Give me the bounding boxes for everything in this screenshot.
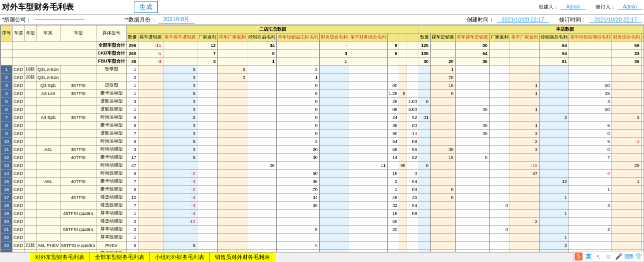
table-row[interactable]: 5CKD进取运动型300284.00030328068 xyxy=(1,98,644,106)
table-row[interactable]: 8CKD豪华运动型500380000162380-1200 xyxy=(1,122,644,130)
table-row[interactable]: 19CKD45TFSI quattro尊享动感型1-4180813.252017 xyxy=(1,210,644,218)
table-row[interactable]: 9CKD进取运动型70090-14003057011--13-14 xyxy=(1,130,644,138)
summary-row: CKD车型合计260-178361056454336125 xyxy=(1,50,644,58)
reviser-label: 修订人： xyxy=(596,4,616,10)
table-row[interactable]: 15CKDA6L40TFSI豪华动感型7-336264121-0019-21-1 xyxy=(1,178,644,186)
tab-0[interactable]: 对外车型财务毛利表 xyxy=(30,252,90,254)
lang-icon[interactable]: 英 xyxy=(585,252,593,254)
settings-icon[interactable]: 👕 xyxy=(635,252,643,254)
data-grid[interactable]: 序号 车源 年型 车系 车型 具体型号 二店汇总数据 本店数据 本店与他店差距 … xyxy=(0,24,644,254)
col-year: 年型 xyxy=(24,26,36,42)
col-c3: 单车裸车进销差 xyxy=(455,34,489,42)
col-series: 车系 xyxy=(36,26,60,42)
emoji-icon[interactable]: ☺ xyxy=(605,252,613,254)
company-value[interactable] xyxy=(34,20,84,20)
punct-icon[interactable]: •, xyxy=(595,252,603,254)
table-row[interactable]: 21CKD55TFSI quattro尊享动感型2-52002510 xyxy=(1,226,644,234)
table-row[interactable]: 11CKDA4L35TFSI时尚动感型3020685600301240 xyxy=(1,146,644,154)
col-c8: 财务综合毛利 xyxy=(319,34,349,42)
col-c4: 厂家返利 xyxy=(197,34,217,42)
col-c1: 数量 xyxy=(419,34,430,42)
table-row[interactable]: 10CKD时尚运动型653540925-13417-518 xyxy=(1,138,644,146)
col-c9: 单车财务综合毛利 xyxy=(641,34,644,42)
table-row[interactable]: 3CKDQ3 Spb35TFSI进取型10000161009000944 xyxy=(1,82,644,90)
group-two-store: 二店汇总数据 xyxy=(126,26,419,34)
generate-button[interactable]: 生成 xyxy=(134,1,158,13)
table-row[interactable]: 6CKD进取致雅型100085.000010008034 xyxy=(1,106,644,114)
mic-icon[interactable]: 🎤 xyxy=(615,252,623,254)
revise-time-label: 修订时间： xyxy=(559,16,587,24)
col-c5: 单车厂家返利 xyxy=(510,34,539,42)
create-time-label: 创建时间： xyxy=(467,16,494,24)
col-c6: 经销商后毛利 xyxy=(539,34,569,42)
table-row[interactable]: 14CKD时尚致雅型6-25015047-3-0051567 xyxy=(1,170,644,178)
table-row[interactable]: 2CKD20款Q2L e-tron200178 xyxy=(1,74,644,82)
col-c2: 裸车进销差 xyxy=(430,34,455,42)
col-c9: 单车财务综合毛利 xyxy=(349,34,387,42)
summary-row: FBU车型合计36-33113020368136647-274 xyxy=(1,58,644,66)
create-time-value: 2021/10/20 22:17 xyxy=(497,16,550,23)
table-row[interactable]: 16CKD豪华致雅型5-2701030100643048-1810 xyxy=(1,186,644,194)
table-row[interactable]: 23CKD21款A6L PHEV55TFSI e quattroPHEV55-5… xyxy=(1,242,644,250)
col-c1: 数量 xyxy=(126,34,138,42)
table-row[interactable]: 22CKD尊享致雅型11 xyxy=(1,234,644,242)
keyboard-icon[interactable]: ⌨ xyxy=(625,252,633,254)
col-c3: 单车裸车进销差 xyxy=(163,34,197,42)
tab-3[interactable]: 销售员对外财务毛利表 xyxy=(210,252,275,254)
month-value[interactable]: 2021年8月 xyxy=(158,16,195,24)
col-c5: 单车厂家返利 xyxy=(217,34,247,42)
page-title: 对外车型财务毛利表 xyxy=(2,2,74,12)
table-row[interactable]: 18CKD臻选致雅型7-35532540333.152591710241.430 xyxy=(1,202,644,210)
col-c2: 裸车进销差 xyxy=(138,34,163,42)
col-c7: 单车经销后项目毛利 xyxy=(569,34,612,42)
table-row[interactable]: 1CKD19款Q2L e-tron智享型15521 xyxy=(1,66,644,74)
company-label: *所属公司： xyxy=(2,16,31,24)
table-row[interactable]: 7CKDA3 Spb35TFSI时尚运动型92024520123040-1352… xyxy=(1,114,644,122)
col-seq: 序号 xyxy=(1,26,12,42)
table-row[interactable]: 13CKD时尚动感型470611950-152991225281214199 xyxy=(1,162,644,170)
month-label: *数据月份： xyxy=(126,16,156,24)
col-src: 车源 xyxy=(12,26,24,42)
group-own-store: 本店数据 xyxy=(419,26,644,34)
table-row[interactable]: 4CKDA3 Lim35TFSI豪华运动型15-61.2550125962573… xyxy=(1,90,644,98)
ime-bar: S 英 •, ☺ 🎤 ⌨ 👕 xyxy=(573,251,644,254)
table-row[interactable]: 12CKD40TFSI豪华动感型1753014821507-1350031734… xyxy=(1,154,644,162)
col-c6: 经销商后毛利 xyxy=(247,34,276,42)
tab-2[interactable]: 小组对外财务毛利表 xyxy=(150,252,210,254)
col-c7: 单车经销后项目毛利 xyxy=(276,34,319,42)
col-c8: 财务综合毛利 xyxy=(612,34,641,42)
col-model: 具体型号 xyxy=(96,26,127,42)
tab-1[interactable]: 全部车型财务毛利表 xyxy=(90,252,150,254)
table-row[interactable]: 17CKD45TFSI臻选动感型10-43446460141.881415551… xyxy=(1,194,644,202)
table-row[interactable]: 20CKD臻选动感型2-10592 xyxy=(1,218,644,226)
creator-value: Admin xyxy=(561,4,585,10)
summary-row: 全部车型合计296-111234-8125006459938182 xyxy=(1,42,644,50)
reviser-value: Admin xyxy=(618,4,642,10)
creator-label: 创建人： xyxy=(539,4,559,10)
col-type: 车型 xyxy=(60,26,96,42)
sogou-icon[interactable]: S xyxy=(575,252,583,254)
revise-time-value: 2021/10/20 22:17 xyxy=(589,16,642,23)
col-c4: 厂家返利 xyxy=(489,34,510,42)
